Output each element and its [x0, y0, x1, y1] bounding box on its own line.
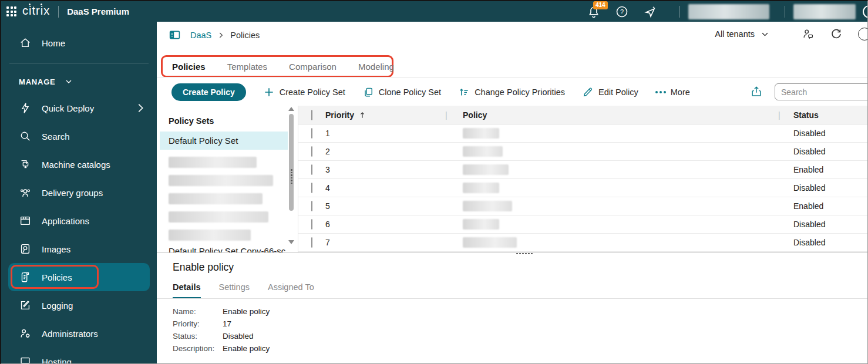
sidebar-item-logging[interactable]: Logging — [1, 291, 157, 319]
table-row[interactable]: 5 Enabled — [298, 197, 867, 215]
edit-policy-button[interactable]: Edit Policy — [582, 86, 638, 98]
sidebar-item-label: Policies — [42, 272, 72, 282]
sidebar-item-home[interactable]: Home — [1, 29, 157, 57]
tab-comparison[interactable]: Comparison — [289, 62, 337, 72]
logging-icon — [19, 299, 32, 312]
row-checkbox[interactable] — [311, 164, 312, 175]
export-icon[interactable] — [750, 85, 763, 98]
tab-settings[interactable]: Settings — [219, 282, 250, 299]
create-policy-button[interactable]: Create Policy — [171, 83, 246, 101]
manage-label: MANAGE — [19, 77, 56, 86]
app-launcher-icon[interactable] — [6, 6, 16, 16]
hosting-icon — [19, 355, 32, 364]
row-checkbox[interactable] — [311, 237, 312, 248]
redacted-account-info — [688, 4, 769, 19]
redacted-policy-set[interactable] — [169, 211, 268, 223]
column-header-priority[interactable]: Priority — [325, 110, 354, 120]
refresh-icon[interactable] — [830, 28, 843, 41]
table-row[interactable]: 3 Enabled — [298, 161, 867, 179]
sidebar-item-administrators[interactable]: Administrators — [1, 319, 157, 348]
row-checkbox[interactable] — [311, 183, 312, 193]
detail-panel-title: Enable policy — [173, 261, 234, 274]
sidebar-toggle-icon[interactable] — [169, 29, 181, 41]
notifications-bell-icon[interactable]: 414 — [587, 5, 601, 19]
sidebar-item-hosting[interactable]: Hosting — [1, 348, 157, 364]
sidebar-item-policies[interactable]: Policies — [8, 263, 150, 291]
sidebar-item-applications[interactable]: Applications — [1, 207, 157, 235]
scroll-up-arrow[interactable] — [288, 107, 294, 111]
sidebar-item-label: Delivery groups — [42, 188, 103, 198]
support-chat-icon[interactable] — [802, 28, 815, 41]
table-row[interactable]: 2 Disabled — [298, 143, 867, 161]
table-row[interactable]: 1 Disabled — [298, 124, 867, 143]
policy-set-item-clipped[interactable]: Default Policy Set Copy-66-sc — [169, 246, 285, 252]
row-checkbox[interactable] — [311, 146, 312, 157]
column-header-status[interactable]: Status — [793, 110, 819, 120]
change-policy-priorities-label: Change Policy Priorities — [475, 87, 565, 97]
redacted-policy-name — [463, 146, 503, 157]
scroll-down-arrow[interactable] — [288, 240, 294, 244]
scrollbar-thumb[interactable] — [289, 114, 294, 211]
create-policy-set-button[interactable]: Create Policy Set — [263, 86, 345, 98]
table-row[interactable]: 7 Disabled — [298, 234, 867, 252]
edit-policy-label: Edit Policy — [598, 87, 638, 97]
redacted-policy-set[interactable] — [169, 193, 263, 204]
policy-sets-panel: Policy Sets Default Policy Set Default P… — [160, 106, 288, 252]
select-all-checkbox[interactable] — [311, 110, 312, 120]
search-icon — [19, 130, 32, 143]
column-header-policy[interactable]: Policy — [463, 110, 487, 120]
tab-assigned-to[interactable]: Assigned To — [268, 282, 314, 299]
sidebar-item-quick-deploy[interactable]: Quick Deploy — [1, 94, 157, 122]
search-input[interactable] — [775, 83, 867, 100]
tab-policies[interactable]: Policies — [172, 62, 206, 72]
topbar-divider — [785, 6, 785, 18]
priority-cell: 1 — [325, 129, 451, 138]
svg-text:?: ? — [620, 8, 624, 15]
table-row[interactable]: 6 Disabled — [298, 215, 867, 234]
sidebar-item-delivery-groups[interactable]: Delivery groups — [1, 178, 157, 207]
help-icon[interactable]: ? — [615, 5, 629, 19]
tenant-selector[interactable]: All tenants — [715, 29, 769, 39]
detail-tabs-divider — [157, 298, 867, 299]
status-cell: Disabled — [784, 238, 825, 247]
tab-modeling[interactable]: Modeling — [358, 62, 394, 72]
detail-panel-resize-handle[interactable] — [516, 253, 533, 255]
more-button[interactable]: More — [655, 87, 690, 97]
redacted-policy-set[interactable] — [169, 157, 257, 168]
sidebar-item-search[interactable]: Search — [1, 122, 157, 150]
panel-resize-handle[interactable] — [291, 169, 292, 184]
tabs-divider — [157, 77, 867, 77]
redacted-policy-name — [463, 219, 499, 230]
clone-policy-set-button[interactable]: Clone Policy Set — [362, 86, 441, 98]
redacted-account-info — [793, 4, 856, 19]
row-checkbox[interactable] — [311, 219, 312, 230]
redacted-policy-name — [463, 128, 499, 139]
table-row[interactable]: 4 Disabled — [298, 179, 867, 197]
field-label-status: Status: — [173, 332, 223, 341]
policy-sets-title: Policy Sets — [160, 106, 288, 132]
sidebar-item-label: Applications — [42, 216, 89, 226]
redacted-policy-set[interactable] — [169, 175, 273, 186]
clipped-topbar-icon[interactable] — [863, 5, 868, 18]
policy-set-item-selected[interactable]: Default Policy Set — [160, 132, 288, 150]
manage-section-toggle[interactable]: MANAGE — [1, 69, 157, 94]
row-checkbox[interactable] — [311, 201, 312, 211]
plus-icon — [263, 86, 275, 98]
row-checkbox[interactable] — [311, 128, 312, 139]
sidebar-item-label: Quick Deploy — [42, 103, 94, 113]
policies-icon — [19, 271, 32, 284]
clipped-header-icon[interactable] — [858, 28, 867, 41]
change-policy-priorities-button[interactable]: Change Policy Priorities — [458, 86, 565, 98]
sidebar-item-machine-catalogs[interactable]: Machine catalogs — [1, 150, 157, 178]
sidebar-nav: Home MANAGE Quick Deploy Search — [1, 22, 157, 363]
chevron-down-icon — [64, 77, 73, 86]
tab-details[interactable]: Details — [173, 282, 201, 299]
guided-tour-icon[interactable] — [643, 5, 657, 19]
redacted-policy-set[interactable] — [169, 230, 251, 241]
breadcrumb-root-link[interactable]: DaaS — [190, 31, 211, 40]
policy-detail-panel: Enable policy Details Settings Assigned … — [157, 252, 867, 363]
sidebar-item-images[interactable]: Images — [1, 235, 157, 263]
tab-templates[interactable]: Templates — [227, 62, 267, 72]
topbar-divider — [58, 6, 59, 18]
sort-ascending-icon[interactable] — [358, 111, 366, 119]
